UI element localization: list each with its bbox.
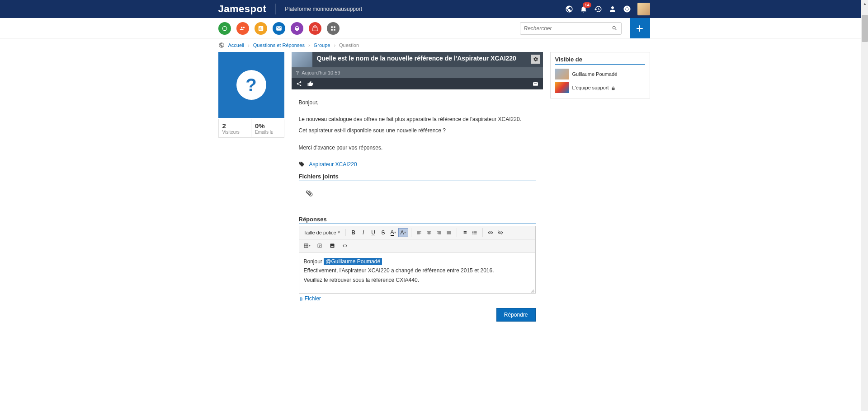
app-icon-4[interactable] <box>273 22 285 35</box>
breadcrumb-level3[interactable]: Groupe <box>314 42 330 48</box>
bullet-list-button[interactable] <box>460 228 470 237</box>
globe-icon[interactable] <box>565 5 573 13</box>
question-body: Bonjour, Le nouveau catalogue des offres… <box>292 89 543 159</box>
stats-box: 2 Visiteurs 0% Emails lu <box>218 119 284 138</box>
user-avatar[interactable] <box>637 3 650 15</box>
underline-button[interactable]: U <box>368 228 378 237</box>
text-color-button[interactable]: A▾ <box>388 228 398 237</box>
scrollbar[interactable]: ▲ <box>861 0 868 344</box>
editor-line3: Veuillez le retrouver sous la référence … <box>304 276 531 285</box>
svg-rect-1 <box>331 26 333 28</box>
breadcrumb-level2[interactable]: Questions et Réponses <box>253 42 305 48</box>
breadcrumb-home[interactable]: Accueil <box>228 42 244 48</box>
question-date: Aujourd'hui 10:59 <box>302 70 340 75</box>
mail-icon[interactable] <box>533 81 538 87</box>
italic-button[interactable]: I <box>359 228 368 237</box>
visitors-label: Visiteurs <box>222 130 248 135</box>
emails-label: Emails lu <box>255 130 280 135</box>
notification-badge: 14 <box>583 2 591 8</box>
question-title: Quelle est le nom de la nouvelle référen… <box>317 55 524 62</box>
visibility-box: Visible de Guillaume Poumadé L'équipe su… <box>550 52 650 98</box>
chevron-right-icon: › <box>248 42 250 48</box>
dashboard-icon[interactable] <box>623 5 631 13</box>
editor-greeting: Bonjour <box>304 258 324 265</box>
number-list-button[interactable] <box>470 228 480 237</box>
user-icon[interactable] <box>609 5 617 13</box>
align-center-button[interactable] <box>424 228 434 237</box>
strike-button[interactable]: S <box>378 228 388 237</box>
share-icon[interactable] <box>296 81 302 87</box>
bg-color-button[interactable]: A▾ <box>398 228 408 237</box>
editor: Taille de police ▼ B I U S A▾ A▾ <box>299 226 536 294</box>
attachment-zone[interactable] <box>292 181 543 212</box>
logo[interactable]: Jamespot <box>218 3 267 15</box>
author-avatar[interactable] <box>292 52 312 67</box>
top-header: Jamespot Plateforme monnouveausupport 14 <box>0 0 868 18</box>
paperclip-icon[interactable] <box>303 187 315 199</box>
breadcrumb: Accueil › Questions et Réponses › Groupe… <box>218 38 650 52</box>
visitors-count: 2 <box>222 122 248 130</box>
svg-point-0 <box>222 26 226 30</box>
responses-header: Réponses <box>299 215 536 224</box>
question-subheader: ? Aujourd'hui 10:59 <box>292 67 543 78</box>
unlink-button[interactable] <box>495 228 505 237</box>
visibility-title: Visible de <box>555 56 645 65</box>
gear-icon[interactable] <box>531 55 540 64</box>
svg-rect-4 <box>334 29 335 30</box>
align-right-button[interactable] <box>434 228 444 237</box>
editor-line2: Effectivement, l'Aspirateur XCAI220 a ch… <box>304 266 531 275</box>
search-box[interactable] <box>520 22 622 35</box>
svg-rect-2 <box>334 26 335 28</box>
question-tags: Aspirateur XCAI220 <box>292 159 543 169</box>
video-button[interactable] <box>315 241 325 250</box>
scrollbar-thumb[interactable] <box>862 15 868 42</box>
history-icon[interactable] <box>594 5 602 13</box>
notifications-icon[interactable]: 14 <box>580 5 588 13</box>
app-icon-5[interactable] <box>291 22 303 35</box>
body-line1: Le nouveau catalogue des offres ne fait … <box>299 115 536 124</box>
align-justify-button[interactable] <box>444 228 454 237</box>
file-link[interactable]: Fichier <box>305 295 321 302</box>
question-mark-icon: ? <box>245 75 256 95</box>
app-icon-7[interactable] <box>327 22 340 35</box>
image-button[interactable] <box>327 241 337 250</box>
add-button[interactable]: + <box>630 18 650 38</box>
body-line2: Cet aspirateur est-il disponible sous un… <box>299 126 536 135</box>
search-icon[interactable] <box>612 25 618 31</box>
respond-button[interactable]: Répondre <box>496 308 536 322</box>
app-icon-1[interactable] <box>218 22 231 35</box>
visibility-user-1: Guillaume Poumadé <box>572 71 618 77</box>
editor-toolbar: Taille de police ▼ B I U S A▾ A▾ <box>299 226 535 239</box>
question-mark-icon: ? <box>296 70 299 75</box>
resize-handle[interactable] <box>530 288 534 292</box>
app-icon-3[interactable] <box>255 22 267 35</box>
align-left-button[interactable] <box>414 228 424 237</box>
globe-icon <box>218 42 225 48</box>
visibility-item[interactable]: Guillaume Poumadé <box>555 67 645 81</box>
secondary-bar: + <box>0 18 868 38</box>
platform-name: Plateforme monnouveausupport <box>285 6 362 12</box>
team-avatar <box>555 82 569 93</box>
attachments-header: Fichiers joints <box>299 172 536 181</box>
app-icon-2[interactable] <box>236 22 249 35</box>
body-greeting: Bonjour, <box>299 98 536 107</box>
scroll-up-arrow[interactable]: ▲ <box>862 0 868 7</box>
font-size-select[interactable]: Taille de police ▼ <box>302 229 343 236</box>
app-icon-6[interactable] <box>309 22 321 35</box>
thumbs-up-icon[interactable] <box>307 81 313 87</box>
tag-link[interactable]: Aspirateur XCAI220 <box>309 161 357 168</box>
code-button[interactable] <box>340 241 350 250</box>
emails-pct: 0% <box>255 122 280 130</box>
divider <box>275 4 276 14</box>
search-input[interactable] <box>524 25 612 32</box>
question-header: Quelle est le nom de la nouvelle référen… <box>292 52 543 67</box>
visibility-item[interactable]: L'équipe support <box>555 81 645 94</box>
bold-button[interactable]: B <box>349 228 359 237</box>
table-button[interactable]: ▾ <box>302 241 312 250</box>
editor-content[interactable]: Bonjour @Guillaume Poumadé Effectivement… <box>299 252 535 293</box>
chevron-right-icon: › <box>308 42 310 48</box>
link-button[interactable] <box>486 228 495 237</box>
user-avatar <box>555 69 569 79</box>
mention-tag[interactable]: @Guillaume Poumadé <box>324 258 382 265</box>
breadcrumb-current: Question <box>339 42 359 48</box>
